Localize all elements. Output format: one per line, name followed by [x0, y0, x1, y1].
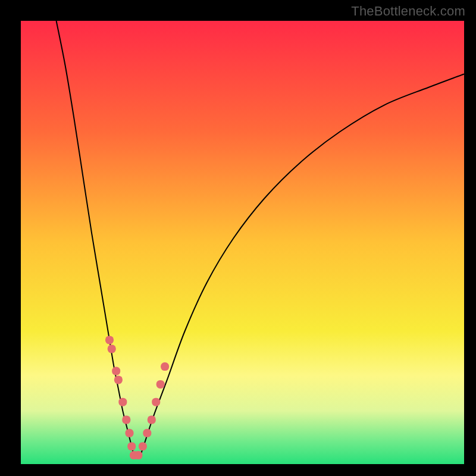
marker-point: [148, 416, 156, 424]
curve-left: [57, 21, 134, 455]
marker-point: [108, 345, 116, 353]
marker-point: [161, 362, 169, 371]
marker-point: [152, 398, 160, 406]
marker-point: [118, 398, 127, 406]
marker-point: [114, 375, 123, 384]
marker-point: [127, 442, 136, 450]
chart-svg: [21, 21, 464, 464]
marker-point: [126, 429, 134, 437]
watermark-text: TheBottleneck.com: [351, 4, 465, 19]
plot-area: [21, 21, 464, 464]
chart-frame: TheBottleneck.com: [0, 0, 476, 476]
marker-point: [112, 367, 120, 375]
marker-point: [156, 380, 165, 389]
curve-right: [140, 74, 464, 455]
marker-point: [139, 442, 147, 450]
scatter-markers: [105, 336, 169, 459]
marker-point: [105, 336, 114, 344]
marker-point: [134, 451, 142, 459]
marker-point: [122, 416, 130, 424]
marker-point: [143, 429, 151, 437]
